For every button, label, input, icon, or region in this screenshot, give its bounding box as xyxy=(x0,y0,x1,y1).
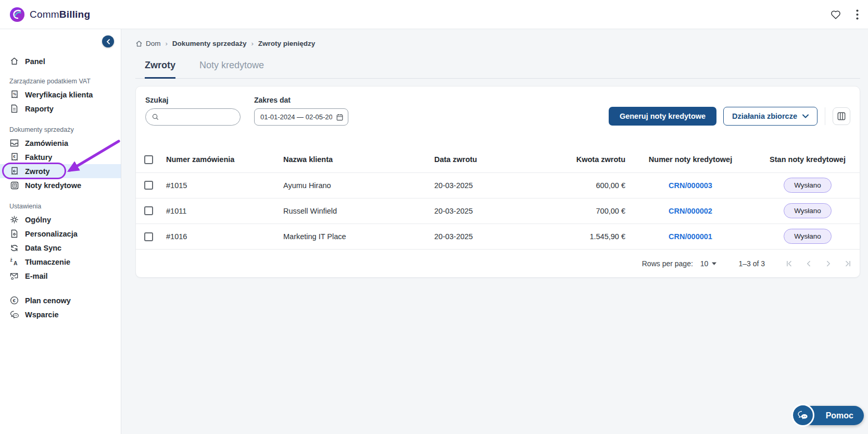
gear-icon xyxy=(9,215,19,224)
generate-credit-notes-button[interactable]: Generuj noty kredytowe xyxy=(609,107,716,126)
help-button[interactable]: Pomoc xyxy=(802,406,864,425)
tab-bar: Zwroty Noty kredytowe xyxy=(135,60,860,79)
table-row: #1011 Russell Winfield 20-03-2025 700,00… xyxy=(136,198,860,224)
brand-logo: CommBilling xyxy=(9,7,90,22)
date-range-input[interactable] xyxy=(260,113,332,121)
invoice-euro-icon: € xyxy=(9,153,19,162)
svg-text:€: € xyxy=(12,297,16,303)
sidebar-item-zamowienia[interactable]: Zamówienia xyxy=(0,136,121,150)
more-menu-button[interactable] xyxy=(856,9,859,20)
sidebar-item-label: Plan cenowy xyxy=(25,296,71,305)
cell-client-name: Marketing IT Place xyxy=(279,224,430,249)
translate-icon: żA xyxy=(9,257,19,266)
help-button-label: Pomoc xyxy=(826,411,853,420)
credit-note-link[interactable]: CRN/000003 xyxy=(669,181,712,190)
sidebar-item-label: Ogólny xyxy=(25,216,51,224)
sidebar-item-plan-cenowy[interactable]: € Plan cenowy xyxy=(0,293,121,307)
top-bar: CommBilling xyxy=(0,0,868,29)
sidebar-collapse-button[interactable] xyxy=(102,35,114,47)
receipt-percent-icon: % xyxy=(9,90,19,99)
pagination-controls xyxy=(785,259,852,268)
chevron-down-icon xyxy=(802,114,809,118)
row-checkbox[interactable] xyxy=(144,232,153,241)
previous-page-button[interactable] xyxy=(804,259,813,268)
breadcrumb-level1[interactable]: Dokumenty sprzedaży xyxy=(172,40,247,47)
last-page-button[interactable] xyxy=(844,259,852,268)
support-chat-icon xyxy=(9,311,19,318)
sidebar-item-email[interactable]: E-mail xyxy=(0,269,121,283)
cell-refund-amount: 700,00 € xyxy=(550,198,625,224)
last-page-icon xyxy=(844,259,852,268)
date-range-group: Zakres dat xyxy=(254,96,348,126)
breadcrumb-home-icon xyxy=(135,40,143,47)
sidebar-item-label: Panel xyxy=(25,57,45,66)
sidebar-item-label: Faktury xyxy=(25,153,52,162)
sidebar-item-personalizacja[interactable]: Personalizacja xyxy=(0,227,121,241)
cell-refund-amount: 1.545,90 € xyxy=(550,224,625,249)
status-badge: Wysłano xyxy=(784,203,832,218)
table-pagination: Rows per page: 10 1–3 of 3 xyxy=(136,249,860,277)
refunds-table: Numer zamówienia Nazwa klienta Data zwro… xyxy=(136,146,860,249)
sidebar-nav: Panel Zarządzanie podatkiem VAT % Weryfi… xyxy=(0,54,121,321)
column-settings-button[interactable] xyxy=(833,107,850,125)
sidebar-item-noty-kredytowe[interactable]: Noty kredytowe xyxy=(0,178,121,192)
search-input[interactable] xyxy=(163,113,235,121)
chevron-left-icon xyxy=(106,39,110,44)
sidebar-item-data-sync[interactable]: Data Sync xyxy=(0,241,121,255)
next-page-button[interactable] xyxy=(824,259,833,268)
rows-per-page-select[interactable]: 10 xyxy=(700,259,717,268)
sidebar-item-label: Personalizacja xyxy=(25,230,78,238)
calendar-icon[interactable] xyxy=(336,113,343,121)
bulk-actions-button[interactable]: Działania zbiorcze xyxy=(723,107,817,126)
col-header-amount: Kwota zwrotu xyxy=(550,146,625,172)
breadcrumb: Dom › Dokumenty sprzedaży › Zwroty pieni… xyxy=(135,40,860,47)
breadcrumb-home[interactable]: Dom xyxy=(135,40,161,47)
search-field-group: Szukaj xyxy=(145,96,241,126)
breadcrumb-level2[interactable]: Zwroty pieniędzy xyxy=(258,40,316,47)
sidebar-item-label: Wsparcie xyxy=(25,311,58,319)
first-page-button[interactable] xyxy=(785,259,793,268)
cell-refund-date: 20-03-2025 xyxy=(430,198,550,224)
sidebar-item-weryfikacja-klienta[interactable]: % Weryfikacja klienta xyxy=(0,88,121,102)
sidebar-item-ogolny[interactable]: Ogólny xyxy=(0,213,121,227)
kebab-menu-icon xyxy=(856,9,859,20)
refunds-card: Szukaj Zakres dat Generuj noty kredytowe xyxy=(135,86,860,278)
tab-zwroty[interactable]: Zwroty xyxy=(145,60,175,79)
sidebar-item-tlumaczenie[interactable]: żA Tłumaczenie xyxy=(0,255,121,269)
favorites-button[interactable] xyxy=(830,9,841,20)
help-chat-icon xyxy=(791,404,814,427)
sidebar-item-raporty[interactable]: Raporty xyxy=(0,102,121,116)
select-all-checkbox[interactable] xyxy=(144,155,153,164)
home-icon xyxy=(9,57,19,66)
credit-note-link[interactable]: CRN/000001 xyxy=(669,232,712,241)
sidebar-item-zwroty[interactable]: Zwroty xyxy=(0,164,121,178)
cell-client-name: Russell Winfield xyxy=(279,198,430,224)
orders-inbox-icon xyxy=(9,139,19,147)
first-page-icon xyxy=(785,259,793,268)
search-label: Szukaj xyxy=(145,96,241,104)
row-checkbox[interactable] xyxy=(144,206,153,215)
breadcrumb-separator: › xyxy=(166,40,168,47)
tab-noty-kredytowe[interactable]: Noty kredytowe xyxy=(199,60,264,78)
search-input-wrap xyxy=(145,108,241,126)
sidebar-item-wsparcie[interactable]: Wsparcie xyxy=(0,307,121,321)
sidebar-section-title-ustawienia: Ustawienia xyxy=(0,203,121,210)
cell-order-number: #1015 xyxy=(162,172,279,198)
table-header-row: Numer zamówienia Nazwa klienta Data zwro… xyxy=(136,146,860,172)
rows-per-page-label: Rows per page: xyxy=(642,259,693,268)
cell-order-number: #1016 xyxy=(162,224,279,249)
row-checkbox[interactable] xyxy=(144,181,153,190)
sidebar-item-label: Weryfikacja klienta xyxy=(25,91,93,99)
credit-note-link[interactable]: CRN/000002 xyxy=(669,207,712,215)
personalization-icon xyxy=(9,229,19,238)
sidebar-item-faktury[interactable]: € Faktury xyxy=(0,150,121,164)
table-row: #1016 Marketing IT Place 20-03-2025 1.54… xyxy=(136,224,860,249)
sidebar-item-label: Raporty xyxy=(25,105,54,113)
sidebar-item-label: Zwroty xyxy=(25,167,50,176)
brand-logo-icon xyxy=(9,7,25,22)
sync-icon xyxy=(9,244,19,252)
sidebar-item-panel[interactable]: Panel xyxy=(0,54,121,68)
sidebar: Panel Zarządzanie podatkiem VAT % Weryfi… xyxy=(0,29,121,434)
dropdown-caret-icon xyxy=(712,262,716,265)
sidebar-item-label: Data Sync xyxy=(25,244,61,252)
